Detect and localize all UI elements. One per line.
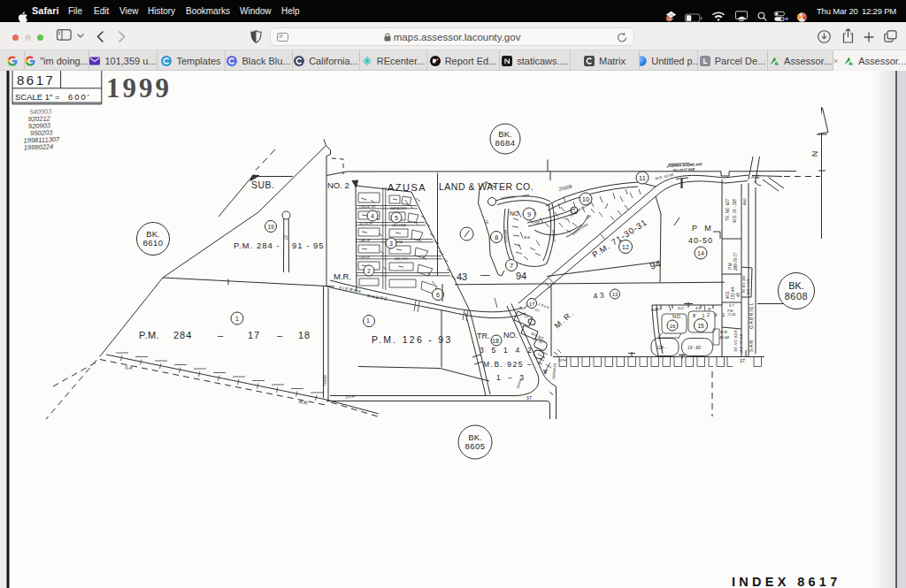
svg-text:ST.: ST. [526,396,533,401]
svg-text:8684: 8684 [495,138,515,148]
svg-text:7: 7 [510,262,513,270]
svg-text:LAND & WATER CO.: LAND & WATER CO. [439,181,534,192]
svg-text:18: 18 [298,330,311,340]
svg-text:4 3: 4 3 [695,307,701,310]
svg-text:ST.: ST. [740,359,746,363]
svg-text:M.B.: M.B. [524,236,531,240]
svg-text:19 - 60: 19 - 60 [687,346,701,350]
svg-text:P.M.: P.M. [139,330,159,340]
svg-text:16: 16 [670,324,676,329]
svg-text:N.O: N.O [678,307,684,310]
svg-text:5: 5 [395,215,398,221]
svg-text:40-50: 40-50 [688,236,713,245]
svg-text:S T: S T [729,304,734,308]
svg-text:8617: 8617 [17,73,55,88]
svg-text:18: 18 [492,338,499,344]
svg-text:6: 6 [436,292,440,298]
svg-text:1: 1 [235,316,239,322]
svg-text:–: – [485,270,490,279]
svg-text:17: 17 [248,330,260,340]
svg-text:289-76-77: 289-76-77 [733,252,738,271]
svg-text:N: N [810,151,819,157]
svg-text:2 6 1: 2 6 1 [707,312,726,317]
svg-text:M.B. 16 - 185: M.B. 16 - 185 [733,198,737,223]
svg-text:SUB.: SUB. [251,179,275,190]
svg-text:GABRIEL: GABRIEL [749,302,754,329]
svg-text:600′: 600′ [68,92,91,102]
svg-text:NO. 2: NO. 2 [327,180,349,190]
svg-text:8610: 8610 [142,238,163,248]
svg-text:2: 2 [367,268,371,274]
svg-text:TODD: TODD [323,374,327,386]
svg-text:ST: ST [283,235,288,241]
svg-text:TR. NO. 443: TR. NO. 443 [742,276,746,294]
svg-text:M.R.: M.R. [334,271,351,281]
svg-text:P.M. 284 -: P.M. 284 - [234,241,280,250]
svg-text:19990224: 19990224 [24,142,54,151]
svg-text:NO.: NO. [672,314,682,319]
svg-text:ALOSTA: ALOSTA [358,222,372,226]
svg-text:43-94: 43-94 [719,335,729,340]
svg-text:11: 11 [639,174,646,182]
svg-text:V: V [543,369,548,375]
svg-text:13: 13 [612,292,618,297]
svg-text:SAN: SAN [749,340,754,352]
svg-text:128 -: 128 - [656,346,666,350]
svg-text:43: 43 [457,271,467,282]
svg-text:P.M.: P.M. [728,262,733,270]
svg-text:NO: NO [510,210,519,217]
svg-text:P.M. 126 - 93: P.M. 126 - 93 [372,334,453,345]
svg-text:131-44-: 131-44- [731,286,735,300]
svg-text:8: 8 [495,233,498,241]
svg-text:CALLE: CALLE [359,239,370,242]
svg-text:15: 15 [697,323,704,329]
svg-text:–: – [218,330,224,340]
svg-text:CALLE: CALLE [359,256,371,260]
svg-text:19: 19 [267,224,274,230]
svg-text:TR. NO. 627: TR. NO. 627 [726,198,730,221]
svg-text:–: – [277,330,283,340]
svg-text:SARACEN: SARACEN [390,207,407,210]
svg-text:P.M.: P.M. [727,309,733,313]
svg-text:TR. NO. 8306: TR. NO. 8306 [733,330,738,352]
svg-text:M.B: M.B [651,309,657,312]
svg-text:91 - 95: 91 - 95 [292,241,325,250]
svg-text:M.R.: M.R. [720,330,728,334]
svg-text:3 5 1 4 2: 3 5 1 4 2 [480,346,534,355]
svg-text:94: 94 [516,271,526,281]
svg-text:8 1: 8 1 [693,313,708,318]
svg-text:45: 45 [736,292,741,297]
svg-text:4: 4 [371,213,374,219]
svg-text:SCALE 1″ =: SCALE 1″ = [15,92,60,102]
svg-text:17: 17 [529,302,535,307]
svg-text:43: 43 [593,290,607,301]
svg-text:AVE.: AVE. [742,197,747,206]
svg-text:INDEX 8617: INDEX 8617 [732,575,841,588]
svg-text:1: 1 [366,317,370,324]
svg-text:M.B. 925 –: M.B. 925 – [483,360,533,369]
svg-text:DEL RIO: DEL RIO [395,257,408,261]
svg-text:284: 284 [173,330,192,340]
svg-text:BK.: BK. [788,280,804,291]
svg-text:P M: P M [692,224,714,233]
svg-text:M.B. 97-1-8: M.B. 97-1-8 [739,333,743,353]
svg-text:14: 14 [697,250,704,256]
svg-text:71-93: 71-93 [727,313,735,317]
svg-text:LA LUNA: LA LUNA [392,224,406,227]
svg-text:12: 12 [622,243,629,251]
svg-text:8605: 8605 [465,441,485,451]
svg-text:1999: 1999 [106,73,172,103]
svg-text:8608: 8608 [785,291,808,302]
svg-text:AVE.: AVE. [750,175,761,179]
svg-text:3: 3 [389,241,393,247]
svg-text:M.B.: M.B. [726,291,730,299]
svg-text:9: 9 [527,210,531,218]
svg-text:NO.: NO. [503,331,518,340]
svg-text:TR.: TR. [477,332,490,340]
svg-text:10TH: 10TH [345,394,356,400]
svg-text:AZUSA: AZUSA [388,182,426,193]
